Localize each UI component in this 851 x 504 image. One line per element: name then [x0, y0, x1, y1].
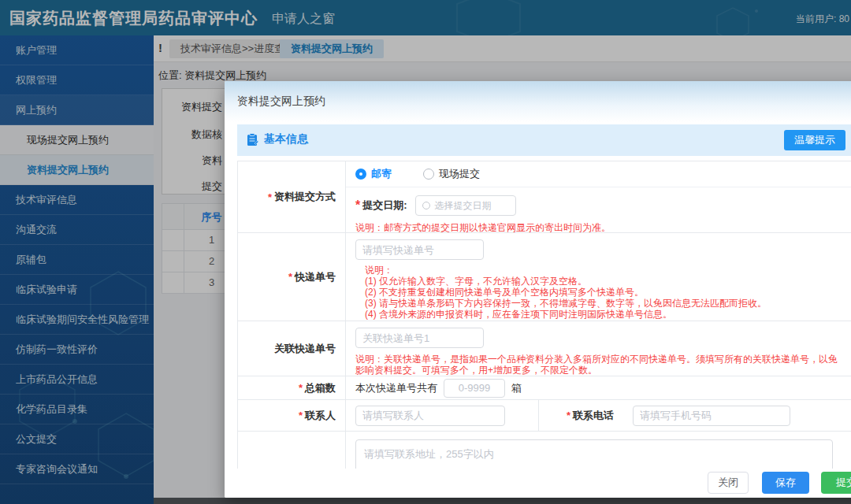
form-row-related-tracking: 关联快递单号 说明：关联快递单号，是指如果一个品种资料分装入多箱所对应的不同快递… — [238, 321, 851, 376]
field-label-related-tracking: 关联快递单号 — [238, 321, 346, 376]
submit-date-picker[interactable]: 选择提交日期 — [415, 195, 516, 216]
radio-label-onsite[interactable]: 现场提交 — [439, 167, 480, 181]
field-label-box-count: * 总箱数 — [238, 376, 346, 399]
dialog-header: 资料提交网上预约 — [225, 81, 851, 122]
basic-info-form: * 资料提交方式 邮寄 现场提交 * 提交日期: — [237, 161, 851, 469]
save-button[interactable]: 保存 — [762, 472, 809, 494]
submit-method-note: 说明：邮寄方式的提交日期以快递官网显示的寄出时间为准。 — [355, 222, 851, 233]
tracking-no-notes: 说明： (1) 仅允许输入数字、字母，不允许输入汉字及空格。 (2) 不支持重复… — [365, 265, 848, 320]
form-row-submit-method: * 资料提交方式 邮寄 现场提交 * 提交日期: — [238, 161, 851, 233]
required-asterisk: * — [299, 410, 303, 421]
box-count-prefix: 本次快递单号共有 — [355, 381, 437, 395]
field-label-contact: * 联系人 — [238, 400, 346, 431]
box-count-input[interactable] — [444, 379, 505, 398]
clock-icon — [422, 202, 430, 209]
form-row-box-count: * 总箱数 本次快递单号共有 箱 — [238, 376, 851, 400]
contact-input[interactable] — [355, 406, 505, 426]
field-label-phone: * 联系电话 — [539, 400, 623, 431]
address-placeholder: 请填写联系地址，255字以内 — [364, 448, 494, 460]
material-submit-reservation-dialog: 资料提交网上预约 基本信息 温馨提示 * 资料提交方式 — [225, 81, 851, 498]
section-title: 基本信息 — [264, 132, 308, 146]
radio-mail-selected[interactable] — [355, 169, 366, 180]
tracking-no-input[interactable] — [355, 239, 484, 260]
related-tracking-note: 说明：关联快递单号，是指如果一个品种资料分装入多箱所对应的不同快递单号。须填写所… — [355, 354, 843, 376]
submit-date-label: 提交日期: — [362, 198, 407, 213]
form-row-contact: * 联系人 * 联系电话 — [238, 400, 851, 432]
dialog-title: 资料提交网上预约 — [237, 94, 325, 109]
field-label-submit-method: * 资料提交方式 — [238, 161, 346, 232]
required-asterisk: * — [288, 271, 292, 283]
basic-info-section-bar: 基本信息 温馨提示 — [237, 124, 851, 156]
radio-label-mail[interactable]: 邮寄 — [371, 167, 392, 181]
field-label-address: * 联系地址 — [238, 432, 346, 469]
address-textarea[interactable]: 请填写联系地址，255字以内 — [355, 439, 833, 469]
field-label-tracking-no: * 快递单号 — [238, 233, 346, 321]
form-row-address: * 联系地址 请填写联系地址，255字以内 — [238, 432, 851, 469]
related-tracking-input[interactable] — [355, 328, 484, 348]
submit-button[interactable]: 提交 — [821, 472, 851, 494]
page: 国家药品监督管理局药品审评中心 申请人之窗 当前用户: 80 账户管理 权限管理… — [0, 0, 851, 504]
required-asterisk: * — [567, 410, 570, 421]
dialog-footer: 关闭 保存 提交 — [225, 469, 851, 498]
radio-onsite-unselected[interactable] — [423, 169, 434, 180]
close-button[interactable]: 关闭 — [708, 472, 749, 494]
required-asterisk: * — [355, 198, 360, 213]
friendly-tips-button[interactable]: 温馨提示 — [784, 130, 845, 150]
phone-input[interactable] — [633, 406, 790, 426]
required-asterisk: * — [299, 382, 303, 394]
required-asterisk: * — [268, 191, 272, 203]
clipboard-icon — [247, 133, 258, 146]
box-count-suffix: 箱 — [511, 381, 522, 395]
form-row-tracking-no: * 快递单号 说明： (1) 仅允许输入数字、字母，不允许输入汉字及空格。 (2… — [238, 233, 851, 321]
submit-date-placeholder: 选择提交日期 — [435, 199, 492, 213]
